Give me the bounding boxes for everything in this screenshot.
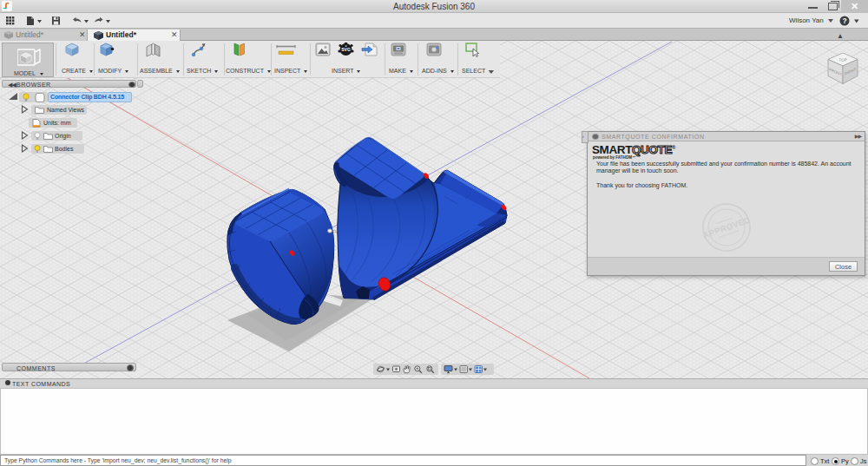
svg-text:?: ?: [842, 16, 846, 25]
svg-text:TOP: TOP: [838, 57, 846, 62]
svg-text:APPROVED: APPROVED: [701, 214, 752, 240]
svg-text:★: ★: [345, 44, 347, 48]
svg-text:SVG: SVG: [341, 47, 351, 52]
